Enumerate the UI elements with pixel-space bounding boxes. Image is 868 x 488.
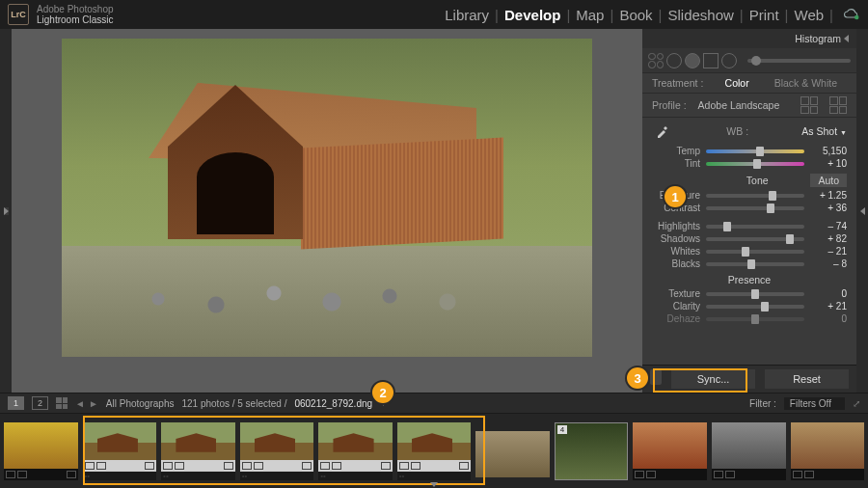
cloud-sync-icon[interactable]: [843, 8, 860, 21]
image-canvas[interactable]: [12, 29, 642, 393]
primary-display-button[interactable]: 1: [8, 396, 24, 410]
temp-slider[interactable]: Temp 5,150: [642, 145, 856, 157]
thumb-3[interactable]: ••: [161, 422, 235, 480]
histogram-header[interactable]: Histogram: [642, 29, 856, 48]
filter-dropdown[interactable]: Filters Off: [784, 397, 845, 410]
right-edge-expand[interactable]: [856, 29, 868, 393]
radial-tool-icon[interactable]: [721, 53, 737, 68]
module-nav: Library| Develop| Map| Book| Slideshow| …: [439, 7, 860, 23]
auto-tone-button[interactable]: Auto: [810, 174, 847, 187]
eyedropper-icon[interactable]: [652, 121, 673, 142]
current-filename: 060212_8792.dng: [294, 398, 372, 409]
app-title: Adobe Photoshop Lightroom Classic: [37, 4, 114, 25]
sync-mode-toggle[interactable]: [650, 369, 662, 385]
wb-dropdown[interactable]: As Shot ▼: [801, 125, 847, 137]
module-library[interactable]: Library: [439, 7, 495, 23]
blacks-slider[interactable]: Blacks – 8: [642, 258, 856, 270]
whites-slider[interactable]: Whites – 21: [642, 245, 856, 258]
tint-slider[interactable]: Tint + 10: [642, 157, 856, 170]
grid-view-icon[interactable]: [56, 397, 68, 409]
profile-dropdown[interactable]: Adobe Landscape: [698, 99, 789, 111]
stack-count-badge: 4: [557, 425, 567, 434]
module-book[interactable]: Book: [613, 7, 658, 23]
module-develop[interactable]: Develop: [499, 7, 566, 23]
mask-slider[interactable]: [747, 59, 851, 63]
thumb-8[interactable]: 4: [555, 422, 629, 480]
sync-row: Sync... Reset: [642, 365, 856, 393]
filmstrip[interactable]: •• •• •• •• •• 4: [0, 413, 868, 488]
texture-slider[interactable]: Texture 0: [642, 287, 856, 300]
shadows-slider[interactable]: Shadows + 82: [642, 232, 856, 245]
thumb-11[interactable]: [791, 422, 865, 480]
redeye-tool-icon[interactable]: [685, 53, 700, 68]
treatment-bw[interactable]: Black & White: [765, 76, 847, 90]
preview-image: [62, 39, 592, 357]
thumb-10[interactable]: [712, 422, 786, 480]
develop-panel: Histogram Treatment : Color Black & Whit…: [642, 29, 856, 393]
presence-section: Presence: [642, 270, 856, 287]
callout-3: 3: [627, 367, 648, 389]
thumb-7[interactable]: [475, 431, 550, 477]
nav-fwd-icon[interactable]: ►: [89, 398, 98, 409]
photo-count: 121 photos / 5 selected /: [181, 398, 286, 409]
nav-back-icon[interactable]: ◄: [75, 398, 85, 409]
profile-grid-icon[interactable]: [829, 96, 847, 114]
treatment-row: Treatment : Color Black & White: [642, 73, 856, 93]
thumb-6[interactable]: ••: [397, 422, 472, 480]
dehaze-slider[interactable]: Dehaze 0: [642, 312, 856, 325]
secondary-toolbar: 1 2 ◄ ► All Photographs 121 photos / 5 s…: [0, 393, 868, 413]
filter-label: Filter :: [749, 398, 776, 409]
wb-row: WB : As Shot ▼: [642, 117, 856, 145]
tool-strip: [642, 48, 856, 73]
thumb-9[interactable]: [633, 422, 707, 480]
collection-breadcrumb[interactable]: All Photographs: [106, 398, 175, 409]
module-print[interactable]: Print: [744, 7, 785, 23]
left-edge-expand[interactable]: [0, 29, 12, 393]
crop-tool-icon[interactable]: [648, 53, 664, 68]
treatment-color[interactable]: Color: [716, 76, 759, 90]
reset-button[interactable]: Reset: [765, 369, 849, 389]
profile-browser-icon[interactable]: [800, 96, 818, 114]
secondary-display-button[interactable]: 2: [32, 396, 48, 410]
thumb-2[interactable]: ••: [83, 422, 157, 480]
thumb-5[interactable]: ••: [318, 422, 393, 480]
grad-tool-icon[interactable]: [703, 53, 719, 68]
thumb-1[interactable]: [4, 422, 78, 480]
highlights-slider[interactable]: Highlights – 74: [642, 220, 856, 232]
callout-2: 2: [372, 382, 393, 403]
titlebar: LrC Adobe Photoshop Lightroom Classic Li…: [0, 0, 868, 29]
clarity-slider[interactable]: Clarity + 21: [642, 300, 856, 312]
app-logo: LrC: [8, 4, 29, 25]
thumb-4[interactable]: ••: [240, 422, 314, 480]
module-web[interactable]: Web: [789, 7, 830, 23]
profile-row: Profile : Adobe Landscape: [642, 93, 856, 117]
spot-tool-icon[interactable]: [666, 53, 682, 68]
module-slideshow[interactable]: Slideshow: [662, 7, 739, 23]
callout-1: 1: [665, 186, 686, 207]
module-map[interactable]: Map: [570, 7, 610, 23]
filmstrip-collapse-icon[interactable]: [430, 482, 438, 487]
svg-point-0: [854, 15, 859, 20]
sync-button[interactable]: Sync...: [671, 369, 755, 389]
filter-lock-icon[interactable]: ⤢: [853, 398, 860, 409]
